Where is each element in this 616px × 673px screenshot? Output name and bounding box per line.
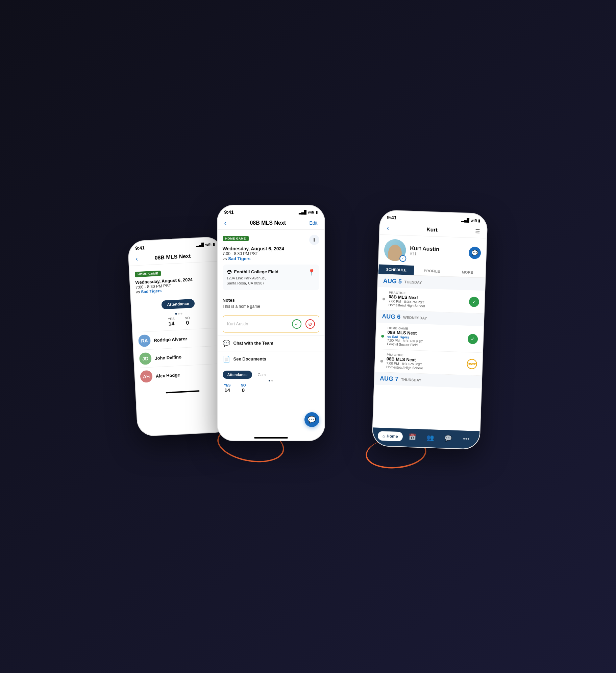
back-button-left[interactable]: ‹: [135, 255, 138, 263]
game-info-left: Wednesday, August 6, 2024 7:00 - 8:30 PM…: [135, 276, 219, 295]
map-pin-icon[interactable]: 📍: [308, 269, 315, 276]
player-name: Rodrigo Alvarez: [154, 336, 188, 343]
nav-title-center: 08B MLS Next: [250, 220, 286, 226]
check-icon-aug5: ✓: [469, 297, 479, 307]
location-name: Foothill College Field: [234, 269, 278, 274]
aug5-date: AUG 5: [383, 277, 402, 285]
avatar-john: JD: [139, 352, 152, 365]
tab-more[interactable]: MORE: [449, 267, 485, 278]
attendance-section-left: Attendance YES 14 NO 0: [136, 294, 220, 329]
event-aug6-homegame[interactable]: HOME GAME 08B MLS Next vs Sad Tigers7:00…: [375, 322, 483, 353]
chat-icon: 💬: [223, 340, 230, 347]
event-info: PRACTICE 08B MLS Next 7:00 PM - 8:30 PM …: [388, 291, 466, 309]
nav-home[interactable]: ⌂ Home: [377, 431, 403, 442]
verified-badge: ✓: [399, 255, 406, 262]
bottom-nav: ⌂ Home 📅 👥 💬 •••: [372, 427, 479, 443]
filter-icon[interactable]: ☰: [475, 228, 480, 234]
left-content: HOME GAME Wednesday, August 6, 2024 7:00…: [129, 261, 229, 391]
time-center: 9:41: [224, 209, 234, 215]
home-label: Home: [386, 434, 398, 439]
event-info: PRACTICE 08B MLS Next 7:00 PM - 8:30 PM …: [386, 353, 464, 372]
event-aug6-practice[interactable]: PRACTICE 08B MLS Next 7:00 PM - 8:30 PM …: [375, 349, 482, 376]
home-indicator-center: [254, 437, 288, 439]
home-icon: ⌂: [382, 433, 385, 438]
notes-label: Notes: [223, 298, 319, 303]
profile-header: ✓ Kurt Austin #11 💬: [378, 235, 486, 268]
rsvp-bar[interactable]: Kurt Austin ✓ ⊘: [223, 316, 319, 332]
nav-title-right: Kurt: [426, 226, 437, 233]
player-list-left: RA Rodrigo Alvarez JD John Delfino AH Al…: [138, 328, 224, 386]
attendance-tab[interactable]: Attendance: [223, 371, 252, 379]
location-row: 🏟 Foothill College Field 1234 Link Park …: [227, 269, 315, 286]
rsvp-yes-button[interactable]: ✓: [292, 319, 301, 329]
nav-more[interactable]: •••: [458, 435, 474, 443]
player-name: John Delfino: [154, 354, 181, 360]
dots-center: [223, 380, 319, 381]
rsvp-icon[interactable]: RSVP: [467, 358, 477, 369]
tab-profile[interactable]: PROFILE: [414, 266, 449, 276]
signal-icon-right: ▂▄█: [461, 218, 469, 223]
nav-calendar[interactable]: 📅: [404, 433, 421, 441]
docs-icon: 📄: [223, 355, 230, 363]
home-game-badge-center: HOME GAME: [223, 236, 249, 241]
status-bar-center: 9:41 ▂▄█ wifi ▮: [218, 205, 324, 217]
event-dot-green: [381, 335, 384, 338]
fab-chat-button[interactable]: 💬: [304, 412, 319, 427]
avatar-alex: AH: [140, 370, 153, 383]
event-dot-gray: [382, 298, 385, 300]
center-content: HOME GAME ⬆ Wednesday, August 6, 2024 7:…: [218, 230, 324, 434]
event-vs: vs Sad Tigers: [223, 256, 319, 261]
yes-col-center: YES 14: [224, 383, 231, 393]
phone-center: 9:41 ▂▄█ wifi ▮ ‹ 08B MLS Next Edit HOME…: [217, 205, 325, 441]
signal-icon-left: ▂▄█: [196, 242, 204, 247]
stadium-icon: 🏟: [227, 269, 232, 275]
game-tab[interactable]: Gam: [254, 371, 269, 379]
event-info: HOME GAME 08B MLS Next vs Sad Tigers7:00…: [387, 326, 465, 349]
nav-team[interactable]: 👥: [422, 433, 439, 442]
signal-icon-center: ▂▄█: [299, 210, 307, 215]
wifi-icon-left: wifi: [205, 242, 212, 247]
nav-bar-center: ‹ 08B MLS Next Edit: [218, 217, 324, 230]
aug7-date: AUG 7: [379, 375, 398, 383]
nav-title-left: 08B MLS Next: [154, 253, 191, 261]
home-game-badge-left: HOME GAME: [134, 271, 161, 277]
aug7-weekday: THURSDAY: [401, 377, 421, 382]
tab-schedule[interactable]: SCHEDULE: [378, 265, 414, 275]
schedule-section: AUG 5 TUESDAY PRACTICE 08B MLS Next 7:00…: [374, 275, 485, 389]
nav-chat[interactable]: 💬: [440, 434, 457, 442]
attendance-counts-center: YES 14 NO 0: [223, 383, 319, 393]
status-icons-right: ▂▄█ wifi ▮: [461, 218, 480, 223]
event-dot-gray2: [380, 359, 383, 362]
status-icons-center: ▂▄█ wifi ▮: [299, 210, 318, 215]
no-col-center: NO 0: [241, 383, 246, 393]
event-aug5-practice[interactable]: PRACTICE 08B MLS Next 7:00 PM - 8:30 PM …: [377, 287, 484, 314]
yes-col-left: YES 14: [168, 317, 175, 327]
rsvp-name: Kurt Austin: [227, 321, 248, 326]
docs-action[interactable]: 📄 See Documents: [218, 351, 324, 367]
profile-chat-button[interactable]: 💬: [468, 247, 481, 259]
attendance-pill-left[interactable]: Attendance: [161, 299, 195, 309]
time-right: 9:41: [387, 215, 397, 220]
event-date: Wednesday, August 6, 2024: [223, 246, 319, 251]
player-name-alex: Alex Hodge: [155, 372, 180, 379]
event-time: 7:00 - 8:30 PM PST: [223, 251, 319, 256]
back-button-center[interactable]: ‹: [224, 219, 227, 227]
battery-icon-right: ▮: [478, 218, 480, 223]
avatar-rodrigo: RA: [138, 334, 151, 347]
edit-button[interactable]: Edit: [309, 220, 317, 226]
bottom-attendance: Attendance Gam YES 14 NO 0: [218, 367, 324, 395]
chat-action[interactable]: 💬 Chat with the Team: [218, 335, 324, 351]
aug6-date: AUG 6: [381, 313, 400, 321]
wifi-icon-right: wifi: [470, 218, 477, 223]
aug6-weekday: WEDNESDAY: [403, 315, 427, 320]
back-button-right[interactable]: ‹: [387, 224, 389, 232]
opponent-center: Sad Tigers: [228, 256, 250, 261]
share-button[interactable]: ⬆: [309, 235, 319, 245]
no-col-left: NO 0: [184, 316, 190, 326]
status-icons-left: ▂▄█ wifi ▮: [196, 242, 215, 247]
wifi-icon-center: wifi: [308, 210, 314, 214]
time-left: 9:41: [135, 245, 145, 251]
rsvp-no-button[interactable]: ⊘: [305, 319, 315, 329]
phone-left: 9:41 ▂▄█ wifi ▮ ‹ 08B MLS Next HOME GAME…: [127, 236, 232, 437]
battery-icon-left: ▮: [213, 242, 215, 246]
